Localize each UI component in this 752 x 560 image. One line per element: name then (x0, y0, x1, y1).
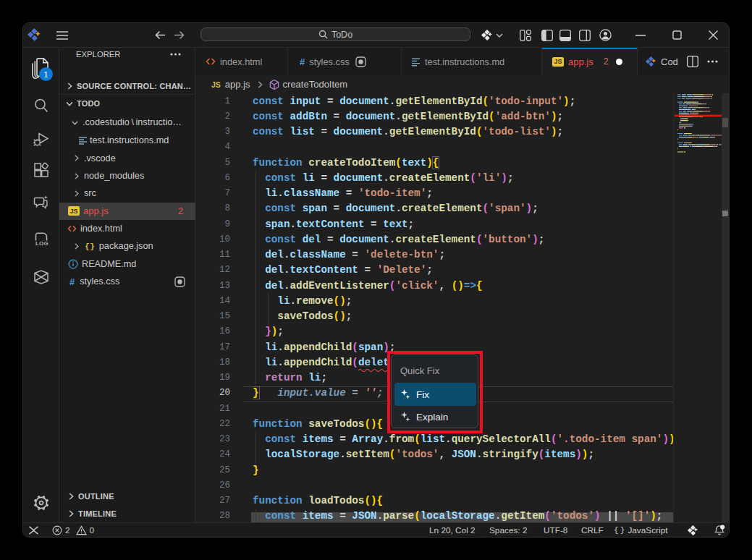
svg-text:LOG: LOG (35, 240, 48, 247)
